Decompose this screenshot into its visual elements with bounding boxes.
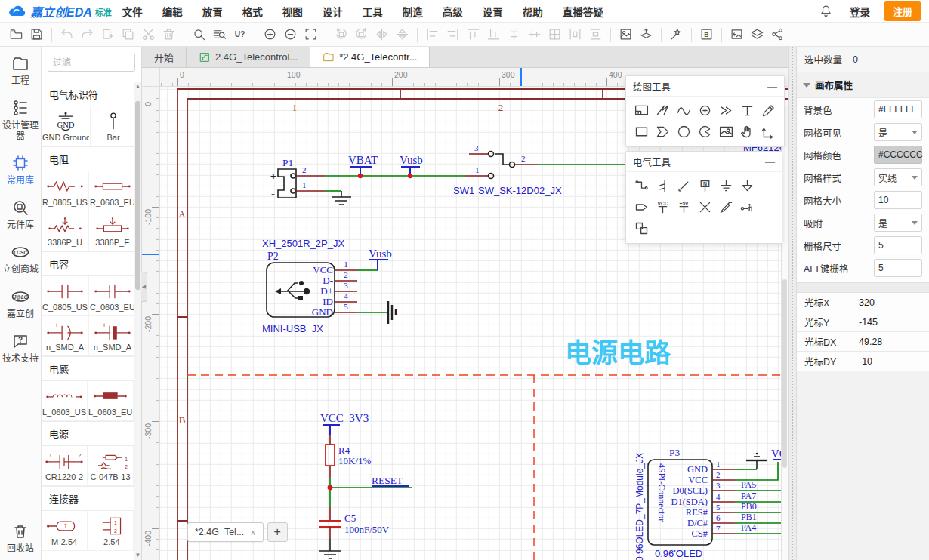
menu-item[interactable]: 放置	[202, 4, 223, 19]
library-item[interactable]: 12C-047B-13	[88, 446, 134, 486]
app-logo[interactable]: 嘉立创EDA 标准	[8, 2, 112, 20]
screenshot-button[interactable]	[616, 25, 636, 45]
property-input[interactable]: 5	[874, 259, 922, 277]
sheet-tool-button[interactable]	[631, 100, 652, 121]
library-scrollbar[interactable]: ▲ ▼	[134, 82, 141, 560]
drag-tool-button[interactable]	[736, 121, 758, 142]
library-item[interactable]: +n_SMD_A	[89, 316, 134, 356]
ground-alt-tool-button[interactable]	[736, 175, 758, 196]
menu-item[interactable]: 高级	[443, 4, 463, 19]
property-select[interactable]: 是	[874, 123, 922, 141]
voltage-probe-tool-button[interactable]	[715, 196, 736, 217]
footprint-name[interactable]: MINI-USB_JX	[262, 323, 323, 334]
net-wire-vusb2[interactable]: Vusb	[357, 248, 392, 270]
document-tab[interactable]: 2.4G_Telecontrol...	[187, 47, 310, 67]
net-label[interactable]: VCC_3V3	[320, 412, 369, 424]
share-button[interactable]	[767, 25, 788, 45]
scroll-down-icon[interactable]: ▼	[134, 552, 141, 558]
net-label-tool-button[interactable]: N	[694, 175, 715, 196]
sidebar-item-lcsc[interactable]: LCSC立创商城	[0, 243, 41, 275]
library-item[interactable]: GNDGND Ground	[42, 106, 91, 146]
sidebar-item-jlc[interactable]: J@LC嘉立创	[0, 288, 41, 319]
component-value[interactable]: 0.96'OLED	[655, 548, 702, 559]
net-wires-p3[interactable]: VC PA5 PA7 PB0 PB1 PA4	[735, 448, 788, 534]
filter-input[interactable]	[48, 54, 135, 72]
net-label[interactable]: PB0	[741, 501, 757, 512]
net-query-button[interactable]: U?	[230, 25, 250, 45]
net-label[interactable]: PB1	[741, 512, 757, 522]
library-section-header[interactable]: 电源	[42, 421, 134, 446]
property-input[interactable]: #FFFFFF	[874, 100, 922, 118]
sidebar-item-support[interactable]: ?技术支持	[0, 332, 41, 364]
register-button[interactable]: 注册	[884, 1, 921, 21]
net-label[interactable]: Vusb	[369, 248, 392, 260]
panel-resize-handle[interactable]	[788, 47, 797, 560]
fit-view-button[interactable]	[301, 25, 321, 45]
library-section-header[interactable]: 电阻	[42, 146, 134, 171]
pin-tool-button[interactable]	[673, 175, 694, 196]
menu-item[interactable]: 编辑	[162, 4, 183, 19]
net-label[interactable]: PA4	[741, 522, 756, 533]
library-item[interactable]: R_0603_EU	[89, 171, 134, 211]
color-swatch-field[interactable]: #CCCCCC	[874, 146, 922, 164]
menu-item[interactable]: 直播答疑	[563, 4, 603, 19]
menu-item[interactable]: 视图	[282, 4, 303, 19]
schematic-canvas[interactable]: 0100200300400 0-100-200-300-400 1 2 A B	[142, 68, 788, 560]
net-label[interactable]: PA7	[741, 491, 756, 501]
component-value[interactable]: 10K/1%	[338, 455, 372, 466]
find-similar-button[interactable]	[209, 25, 230, 45]
net-label[interactable]: PA5	[741, 479, 756, 490]
open-button[interactable]	[6, 25, 26, 45]
designator[interactable]: P1	[282, 157, 293, 168]
dimension-tool-button[interactable]	[758, 121, 779, 142]
bom-button[interactable]: B	[696, 25, 717, 45]
menu-item[interactable]: 制造	[403, 4, 423, 19]
image-export-button[interactable]	[727, 25, 747, 45]
bus-tool-button[interactable]	[652, 175, 673, 196]
sheet-selector[interactable]: *2.4G_Tel... ∧	[187, 522, 264, 542]
menu-item[interactable]: 工具	[363, 4, 383, 19]
sidebar-item-component-lib[interactable]: 元件库	[0, 198, 41, 230]
polyline-tool-button[interactable]	[652, 100, 673, 121]
net-flag-tool-button[interactable]	[631, 196, 652, 217]
component-p1[interactable]: P1 + - 2 1 XH_2501R_2P_JX	[262, 157, 344, 249]
sidebar-item-common-lib[interactable]: 常用库	[0, 154, 41, 186]
add-sheet-button[interactable]: +	[267, 522, 288, 542]
property-select[interactable]: 实线	[874, 168, 922, 186]
property-select[interactable]: 是	[874, 214, 922, 232]
zoom-out-button[interactable]	[280, 25, 301, 45]
document-tab[interactable]: 开始	[142, 47, 187, 67]
arc-tool-button[interactable]	[694, 100, 715, 121]
net-wire-reset[interactable]: RESET	[328, 475, 412, 507]
component-c5[interactable]: C5 100nF/50V	[319, 507, 390, 558]
menu-item[interactable]: 帮助	[523, 4, 543, 19]
menu-item[interactable]: 格式	[242, 4, 263, 19]
menu-item[interactable]: 设置	[483, 4, 503, 19]
footprint-name[interactable]: 0.96OLED_7P_Module_JX	[634, 453, 645, 560]
footprint-name[interactable]: XH_2501R_2P_JX	[262, 238, 344, 249]
wizard-button[interactable]	[666, 25, 687, 45]
image-tool-button[interactable]	[715, 121, 736, 142]
minimize-icon[interactable]: —	[767, 83, 777, 91]
library-item[interactable]: 3386P_E	[89, 211, 134, 251]
net-wire-vcc3v3[interactable]: VCC_3V3	[320, 412, 369, 445]
menu-item[interactable]: 设计	[323, 4, 343, 19]
designator[interactable]: SW1	[453, 185, 474, 196]
sidebar-item-recycle[interactable]: 回收站	[0, 522, 41, 554]
vcc-flag-tool-button[interactable]: VCC	[652, 196, 673, 217]
login-button[interactable]: 登录	[850, 4, 870, 19]
library-section-header[interactable]: 电容	[42, 251, 134, 276]
library-item[interactable]: R_0805_US	[42, 171, 89, 211]
no-connect-tool-button[interactable]	[694, 196, 715, 217]
save-button[interactable]	[26, 25, 47, 45]
library-item[interactable]: L_0603_US	[42, 381, 88, 421]
library-item[interactable]: 1M-2.54	[42, 511, 88, 551]
chevron-up-icon[interactable]: ∧	[250, 528, 255, 537]
designator[interactable]: P2	[267, 251, 279, 262]
footprint-name[interactable]: SW_SK-12D02_JX	[478, 185, 562, 196]
polygon-tool-button[interactable]	[652, 121, 673, 142]
minimize-icon[interactable]: —	[765, 158, 775, 166]
scrollbar-thumb[interactable]	[135, 101, 140, 290]
rect-tool-button[interactable]	[631, 121, 652, 142]
sidebar-item-design-manager[interactable]: 设计管理器	[0, 99, 41, 141]
